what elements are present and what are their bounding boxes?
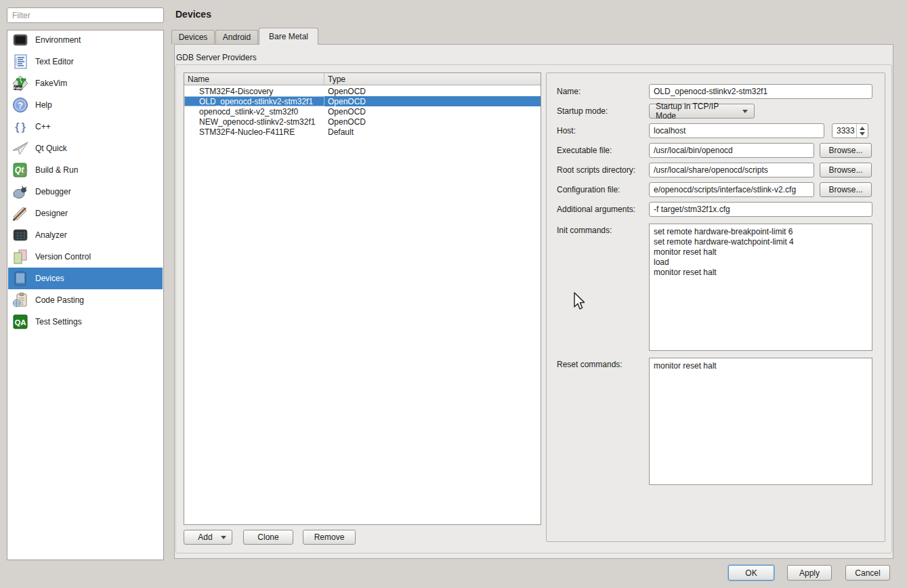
sidebar-item-environment[interactable]: Environment xyxy=(8,29,163,51)
spin-up-icon[interactable] xyxy=(860,127,865,130)
spin-buttons[interactable] xyxy=(856,124,868,138)
combo-arrow-icon xyxy=(742,110,748,113)
help-icon: ? xyxy=(12,97,28,113)
root-scripts-browse-button[interactable]: Browse... xyxy=(820,163,872,177)
group-box-title: GDB Server Providers xyxy=(176,53,257,62)
table-row-selected[interactable]: OLD_openocd-stlinkv2-stm32f1 OpenOCD xyxy=(184,96,541,106)
dropdown-arrow-icon xyxy=(221,536,226,539)
host-field[interactable] xyxy=(649,123,824,138)
cell-type: OpenOCD xyxy=(324,117,541,127)
provider-table[interactable]: Name Type STM32F4-Discovery OpenOCD OLD_… xyxy=(184,72,541,525)
designer-icon xyxy=(12,205,28,222)
cancel-button[interactable]: Cancel xyxy=(845,565,890,581)
remove-button[interactable]: Remove xyxy=(303,530,356,545)
table-header[interactable]: Name Type xyxy=(184,73,541,85)
sidebar-item-help[interactable]: ? Help xyxy=(8,94,163,116)
apply-button[interactable]: Apply xyxy=(787,565,832,581)
build-run-icon: Qt xyxy=(12,162,28,178)
sidebar-item-devices[interactable]: Devices xyxy=(8,268,163,289)
cpp-icon: { } xyxy=(12,119,28,135)
browse-button-label: Browse... xyxy=(828,146,862,155)
table-row[interactable]: STM32F4-Nucleo-F411RE Default xyxy=(184,127,541,137)
configuration-file-field[interactable] xyxy=(649,182,814,197)
qt-quick-icon xyxy=(12,140,28,156)
browse-button-label: Browse... xyxy=(828,185,862,194)
sidebar-item-cpp[interactable]: { } C++ xyxy=(8,116,163,138)
executable-browse-button[interactable]: Browse... xyxy=(820,143,872,158)
cell-name: openocd_stlink-v2_stm32f0 xyxy=(184,106,324,117)
tab-bare-metal[interactable]: Bare Metal xyxy=(259,28,318,45)
tab-devices[interactable]: Devices xyxy=(171,30,215,44)
sidebar-item-label: Build & Run xyxy=(35,165,78,175)
cancel-button-label: Cancel xyxy=(855,568,880,578)
sidebar-item-label: Test Settings xyxy=(35,317,82,327)
cell-name: OLD_openocd-stlinkv2-stm32f1 xyxy=(184,96,324,106)
cell-name: STM32F4-Discovery xyxy=(184,86,324,96)
test-settings-icon: QA xyxy=(12,314,28,330)
fakevim-icon: Fake xyxy=(12,75,28,91)
startup-mode-label: Startup mode: xyxy=(557,106,608,116)
spin-down-icon[interactable] xyxy=(860,132,865,135)
sidebar-item-designer[interactable]: Designer xyxy=(8,203,163,224)
column-header-type[interactable]: Type xyxy=(324,73,541,85)
table-row[interactable]: NEW_openocd-stlinkv2-stm32f1 OpenOCD xyxy=(184,117,541,127)
ok-button-label: OK xyxy=(745,568,757,578)
host-label: Host: xyxy=(557,126,576,135)
sidebar-item-label: Help xyxy=(35,100,52,110)
sidebar-item-label: FakeVim xyxy=(35,79,67,88)
table-row[interactable]: openocd_stlink-v2_stm32f0 OpenOCD xyxy=(184,106,541,117)
tab-android[interactable]: Android xyxy=(215,30,258,44)
sidebar-item-version-control[interactable]: Version Control xyxy=(8,246,163,268)
port-spinbox[interactable]: 3333 xyxy=(832,123,868,138)
sidebar-item-fakevim[interactable]: Fake FakeVim xyxy=(8,72,163,94)
cell-name: NEW_openocd-stlinkv2-stm32f1 xyxy=(184,117,324,127)
init-commands-label: Init commands: xyxy=(557,226,612,235)
page-title: Devices xyxy=(175,9,211,20)
startup-mode-select[interactable]: Startup in TCP/IP Mode xyxy=(649,104,755,119)
table-row[interactable]: STM32F4-Discovery OpenOCD xyxy=(184,86,541,96)
text-editor-icon xyxy=(12,54,28,70)
cell-name: STM32F4-Nucleo-F411RE xyxy=(184,127,324,137)
executable-file-field[interactable] xyxy=(649,143,814,158)
configuration-browse-button[interactable]: Browse... xyxy=(820,182,872,197)
name-label: Name: xyxy=(557,87,581,96)
sidebar-item-test-settings[interactable]: QA Test Settings xyxy=(8,311,163,333)
sidebar-item-qt-quick[interactable]: Qt Quick xyxy=(8,138,163,159)
column-header-name[interactable]: Name xyxy=(184,73,324,85)
devices-icon xyxy=(12,270,28,287)
apply-button-label: Apply xyxy=(799,568,820,578)
sidebar-item-label: Text Editor xyxy=(35,57,74,66)
sidebar-item-code-pasting[interactable]: Code Pasting xyxy=(8,289,163,311)
sidebar-item-text-editor[interactable]: Text Editor xyxy=(8,51,163,72)
reset-commands-label: Reset commands: xyxy=(557,360,623,369)
cell-type: Default xyxy=(324,127,541,137)
sidebar-item-label: Environment xyxy=(35,35,81,45)
sidebar-item-analyzer[interactable]: Analyzer xyxy=(8,224,163,246)
additional-arguments-label: Additional arguments: xyxy=(557,205,635,214)
sidebar-item-label: Devices xyxy=(35,274,64,283)
filter-input[interactable] xyxy=(7,7,164,23)
cell-type: OpenOCD xyxy=(324,96,541,106)
remove-button-label: Remove xyxy=(314,532,345,542)
sidebar-item-label: Analyzer xyxy=(35,230,67,240)
tab-label: Android xyxy=(223,33,251,42)
cell-type: OpenOCD xyxy=(324,106,541,117)
sidebar-item-label: Debugger xyxy=(35,187,71,196)
debugger-icon xyxy=(12,184,28,200)
tab-label: Bare Metal xyxy=(269,32,308,41)
add-button[interactable]: Add xyxy=(184,530,232,545)
init-commands-textarea[interactable]: set remote hardware-breakpoint-limit 6 s… xyxy=(649,224,872,351)
reset-commands-textarea[interactable]: monitor reset halt xyxy=(649,358,872,485)
ok-button[interactable]: OK xyxy=(728,565,774,581)
sidebar-item-build-run[interactable]: Qt Build & Run xyxy=(8,159,163,181)
code-pasting-icon xyxy=(12,292,28,308)
provider-name-field[interactable] xyxy=(649,84,872,99)
clone-button[interactable]: Clone xyxy=(243,530,293,545)
configuration-file-label: Configuration file: xyxy=(557,185,620,194)
startup-mode-value: Startup in TCP/IP Mode xyxy=(656,102,736,121)
root-scripts-label: Root scripts directory: xyxy=(557,165,635,175)
sidebar-item-debugger[interactable]: Debugger xyxy=(8,181,163,203)
sidebar-item-label: Qt Quick xyxy=(35,144,67,153)
additional-arguments-field[interactable] xyxy=(649,202,872,217)
root-scripts-field[interactable] xyxy=(649,163,814,177)
